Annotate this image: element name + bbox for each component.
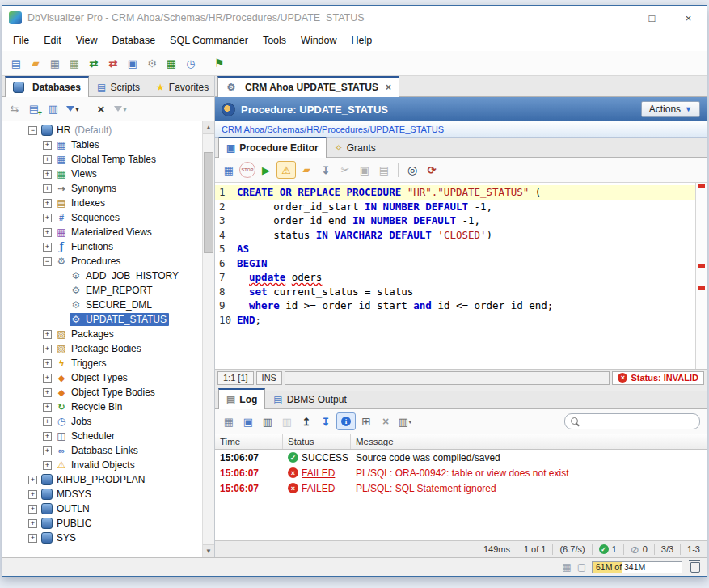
code-line-3[interactable]: 3 order_id_end IN NUMBER DEFAULT -1, <box>215 214 695 228</box>
code-line-5[interactable]: 5AS <box>215 242 695 256</box>
expand-icon[interactable]: + <box>43 170 52 179</box>
monitor-icon[interactable] <box>124 55 141 71</box>
tab-databases[interactable]: Databases <box>5 76 89 97</box>
tree-item-packages[interactable]: +Packages <box>2 327 202 341</box>
memory-gauge[interactable]: 61M of 341M <box>592 561 682 573</box>
open-icon[interactable] <box>298 162 315 178</box>
copy-log-icon[interactable] <box>239 413 257 429</box>
paste-icon[interactable] <box>375 162 393 178</box>
column-header-message[interactable]: Message <box>351 434 707 449</box>
columns-icon[interactable] <box>396 413 414 429</box>
tab-log[interactable]: ▤ Log <box>218 388 265 409</box>
menu-database[interactable]: Database <box>105 32 163 49</box>
layout-grid-icon[interactable]: ▦ <box>562 561 571 573</box>
expand-icon[interactable]: + <box>28 534 37 543</box>
scroll-down-icon[interactable]: ▼ <box>203 544 214 557</box>
error-mark[interactable] <box>698 286 705 290</box>
save-procedure-icon[interactable] <box>220 162 238 178</box>
collapse-icon[interactable]: − <box>28 126 37 135</box>
tree-item-emp-report[interactable]: EMP_REPORT <box>2 283 202 298</box>
expand-icon[interactable]: + <box>43 184 52 193</box>
tree-item-public[interactable]: +PUBLIC <box>2 516 202 531</box>
expand-icon[interactable]: + <box>43 155 52 164</box>
expand-icon[interactable]: + <box>43 214 52 222</box>
code-line-1[interactable]: 1CREATE OR REPLACE PROCEDURE "HR"."UPDAT… <box>215 185 695 200</box>
code-line-6[interactable]: 6BEGIN <box>215 256 695 271</box>
db-schedule-icon[interactable] <box>182 55 200 71</box>
expand-icon[interactable]: + <box>43 374 52 383</box>
tail-icon[interactable] <box>317 413 335 429</box>
tree-item-invalid-objects[interactable]: +Invalid Objects <box>2 458 202 472</box>
expand-icon[interactable]: + <box>28 519 37 528</box>
stop-icon[interactable] <box>239 162 255 178</box>
tab-procedure-editor[interactable]: ▣ Procedure Editor <box>218 137 327 158</box>
expand-icon[interactable]: + <box>43 432 52 441</box>
menu-edit[interactable]: Edit <box>36 32 69 49</box>
expand-icon[interactable]: + <box>43 446 52 455</box>
tab-favorites[interactable]: ★ Favorites <box>148 77 217 97</box>
export-log-icon[interactable] <box>220 413 238 429</box>
compile-log-icon[interactable] <box>423 162 441 178</box>
tree-item-mdsys[interactable]: +MDSYS <box>2 487 202 501</box>
expand-icon[interactable]: + <box>28 476 37 484</box>
tree-item-sequences[interactable]: +Sequences <box>2 210 202 225</box>
log-row[interactable]: 15:06:07×FAILEDPL/SQL: ORA-00942: table … <box>215 465 707 480</box>
expand-icon[interactable]: + <box>43 228 52 237</box>
menu-help[interactable]: Help <box>344 32 380 49</box>
tree-item-triggers[interactable]: +Triggers <box>2 356 202 370</box>
tree-item-recycle-bin[interactable]: +Recycle Bin <box>2 400 202 414</box>
tree-item-sys[interactable]: +SYS <box>2 531 202 545</box>
code-line-2[interactable]: 2 order_id_start IN NUMBER DEFAULT -1, <box>215 200 695 214</box>
expand-icon[interactable]: + <box>28 490 37 499</box>
scrollbar-thumb[interactable] <box>204 152 213 253</box>
code-line-9[interactable]: 9 where id >= order_id_start and id <= o… <box>215 298 695 313</box>
tree-item-functions[interactable]: +Functions <box>2 239 202 254</box>
data-grid-icon[interactable] <box>162 55 180 71</box>
maximize-button[interactable]: □ <box>634 6 670 30</box>
new-file-icon[interactable] <box>7 55 25 71</box>
code-line-10[interactable]: 10END; <box>215 313 695 328</box>
column-header-time[interactable]: Time <box>215 434 283 449</box>
warnings-icon[interactable] <box>276 161 296 179</box>
tree-item-tables[interactable]: +Tables <box>2 137 202 152</box>
fit-icon[interactable] <box>357 413 375 429</box>
tree-item-jobs[interactable]: +Jobs <box>2 414 202 429</box>
close-button[interactable]: × <box>670 6 707 30</box>
copy-icon[interactable] <box>356 162 373 178</box>
log-filter-input[interactable] <box>584 415 702 428</box>
filter-options-icon[interactable] <box>112 101 129 117</box>
expand-icon[interactable]: + <box>43 141 52 150</box>
sql-commander-icon[interactable] <box>210 55 228 71</box>
tab-scripts[interactable]: ▤ Scripts <box>89 77 148 97</box>
gc-trash-icon[interactable] <box>690 562 700 573</box>
history-arrows-icon[interactable] <box>6 101 23 117</box>
code-line-8[interactable]: 8 set current_status = status <box>215 285 695 299</box>
save-icon[interactable] <box>46 55 64 71</box>
tree-item-outln[interactable]: +OUTLN <box>2 501 202 516</box>
find-icon[interactable] <box>403 162 421 178</box>
tree-item-database-links[interactable]: +Database Links <box>2 443 202 458</box>
expand-icon[interactable]: + <box>43 403 52 412</box>
tree-item-synonyms[interactable]: +Synonyms <box>2 181 202 196</box>
info-icon[interactable] <box>336 412 356 430</box>
close-tab-icon[interactable]: × <box>386 82 391 93</box>
menu-file[interactable]: File <box>6 32 36 49</box>
clear-disabled-icon[interactable] <box>278 413 296 429</box>
minimize-button[interactable]: — <box>597 6 634 30</box>
tree-item-indexes[interactable]: +Indexes <box>2 196 202 210</box>
expand-icon[interactable]: + <box>43 243 52 252</box>
expand-icon[interactable]: + <box>28 505 37 514</box>
menu-view[interactable]: View <box>69 32 105 49</box>
tree-item-views[interactable]: +Views <box>2 167 202 181</box>
open-folder-icon[interactable] <box>27 55 44 71</box>
tree-scrollbar[interactable]: ▲ ▼ <box>202 121 214 557</box>
log-row[interactable]: 15:06:07×FAILEDPL/SQL: SQL Statement ign… <box>215 480 707 496</box>
tree-item-hr[interactable]: −HR(Default) <box>2 123 202 137</box>
cut-icon[interactable] <box>336 162 354 178</box>
expand-icon[interactable]: + <box>43 388 52 397</box>
code-line-7[interactable]: 7 update oders <box>215 270 695 285</box>
expand-icon[interactable]: + <box>43 461 52 470</box>
error-mark[interactable] <box>698 264 705 268</box>
scroll-up-icon[interactable]: ▲ <box>203 121 214 134</box>
tab-crm-ahoa-update-status[interactable]: CRM Ahoa UPDATE_STATUS × <box>217 76 399 97</box>
